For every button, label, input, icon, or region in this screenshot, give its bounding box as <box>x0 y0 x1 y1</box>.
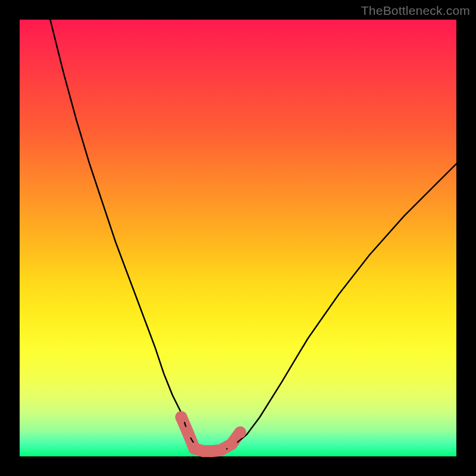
marker-group <box>176 411 246 457</box>
chart-frame: TheBottleneck.com <box>0 0 476 476</box>
left-dot-upper <box>176 411 187 423</box>
right-dot-lower <box>226 438 237 450</box>
chart-overlay <box>20 20 456 456</box>
left-dot-lower <box>182 427 194 439</box>
floor-dot-4 <box>215 444 227 456</box>
bottleneck-curve-top <box>50 20 456 452</box>
right-dot-upper <box>234 427 246 439</box>
bottleneck-curve <box>50 20 456 452</box>
watermark-text: TheBottleneck.com <box>361 4 470 18</box>
